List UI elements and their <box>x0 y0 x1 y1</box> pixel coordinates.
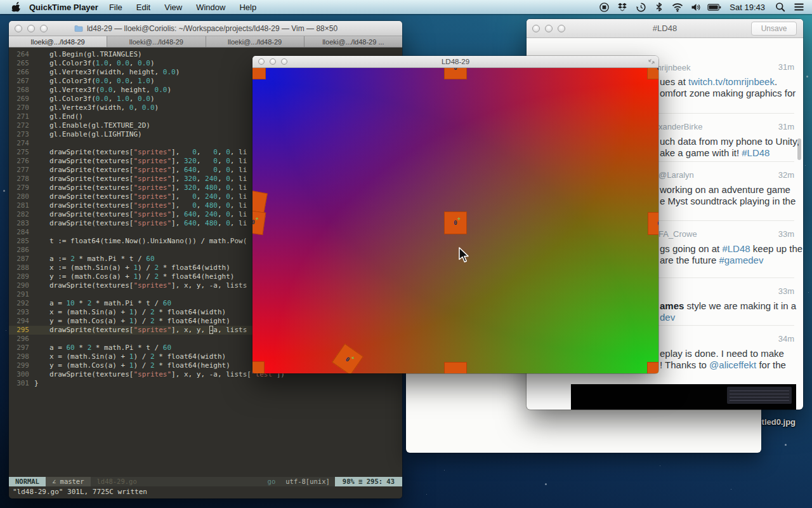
spotlight-icon[interactable] <box>773 0 787 14</box>
sprite-anchor-mark: + <box>255 216 259 222</box>
game-window-controls[interactable] <box>258 58 287 65</box>
git-branch-indicator: ∠ master <box>46 477 91 486</box>
tweet-text: ake a game with it! <box>660 147 742 158</box>
menu-edit[interactable]: Edit <box>129 3 157 12</box>
tweet-author-handle[interactable]: xanderBirke <box>658 122 702 131</box>
terminal-tab[interactable]: lloeki@.../ld48-29 ... <box>304 36 402 47</box>
game-sprite <box>444 362 467 373</box>
vim-message-line: "ld48-29.go" 301L, 7725C written <box>13 488 147 497</box>
code-line: 301} <box>9 379 402 388</box>
zoom-button[interactable] <box>40 25 48 32</box>
battery-icon[interactable] <box>707 0 721 14</box>
sprite-label: 0 <box>252 219 255 226</box>
tweet-text: e Myst soundtrack playing in the <box>660 196 796 206</box>
menu-window[interactable]: Window <box>189 3 232 12</box>
terminal-tab[interactable]: lloeki@.../ld48-29 <box>107 36 206 47</box>
sprite-label: 0 <box>454 68 457 71</box>
menu-view[interactable]: View <box>157 3 189 12</box>
tweet-link[interactable]: #LD48 <box>742 147 769 158</box>
notification-center-icon[interactable] <box>792 0 806 14</box>
menu-file[interactable]: File <box>102 3 129 12</box>
bluetooth-icon[interactable] <box>652 0 666 14</box>
tweet-text: ues at <box>660 76 688 87</box>
tweet-text-line: gs going on at #LD48 keep up the <box>660 243 802 254</box>
active-app-name[interactable]: QuickTime Player <box>29 3 98 12</box>
cursor-position-indicator: 98% ≡ 295: 43 <box>335 477 402 486</box>
tweet-text-line: ! Thanks to @aliceffekt for the <box>660 359 786 370</box>
mouse-cursor <box>458 247 469 266</box>
resize-icon[interactable] <box>648 58 655 67</box>
tweet-text-line: dev <box>660 312 675 323</box>
tweet-text: omfort zone making graphics for <box>660 88 796 98</box>
unsave-button[interactable]: Unsave <box>751 22 797 36</box>
tweet-text: . <box>775 76 777 87</box>
tweet-author-handle[interactable]: @Laralyn <box>658 170 694 180</box>
tweet-text: keep up the <box>750 243 803 254</box>
game-sprite: +0 <box>252 210 266 236</box>
menu-bar: QuickTime Player FileEditViewWindowHelp … <box>0 0 812 14</box>
twitter-titlebar[interactable]: #LD48 Unsave <box>527 19 803 38</box>
terminal-tab[interactable]: lloeki@.../ld48-29 <box>9 36 107 47</box>
tweet-link[interactable]: twitch.tv/tomrijnbeek <box>688 76 775 87</box>
tweet-timestamp: 32m <box>778 170 794 180</box>
minimize-button[interactable] <box>545 25 553 32</box>
tweet-author-handle[interactable]: FA_Crowe <box>658 229 697 239</box>
close-button[interactable] <box>258 58 265 65</box>
game-canvas[interactable]: +0+0+0+0+0+0 <box>252 68 658 373</box>
tweet-text: uch data from my phone to Unity, <box>660 136 799 147</box>
zoom-button[interactable] <box>281 58 287 65</box>
tweet-text-line: omfort zone making graphics for <box>660 88 796 98</box>
minimize-button[interactable] <box>27 25 35 32</box>
tweet-text: eplay is done. I need to make <box>660 348 784 359</box>
tweet-timestamp: 31m <box>778 62 794 72</box>
time-machine-icon[interactable] <box>634 0 648 14</box>
tweet-media-image[interactable] <box>571 384 796 410</box>
tweet-text: working on an adventure game <box>660 184 790 195</box>
game-sprite <box>647 362 658 373</box>
tweet-text-line: eplay is done. I need to make <box>660 348 784 359</box>
minimize-button[interactable] <box>270 58 276 65</box>
tweet-link[interactable]: #gamedev <box>719 255 763 265</box>
game-sprite: +0 <box>648 212 658 235</box>
wifi-icon[interactable] <box>671 0 684 14</box>
status-icons <box>597 0 721 14</box>
menu-bar-clock[interactable]: Sat 19:43 <box>726 3 769 12</box>
filetype-indicator: go <box>263 477 281 486</box>
terminal-window-controls[interactable] <box>15 25 48 32</box>
system-icons <box>773 0 806 14</box>
twitter-window-controls[interactable] <box>532 25 565 32</box>
terminal-tab[interactable]: lloeki@.../ld48-29 <box>206 36 304 47</box>
menu-items: FileEditViewWindowHelp <box>102 3 263 12</box>
close-button[interactable] <box>15 25 22 32</box>
tweet-link[interactable]: dev <box>660 312 675 323</box>
vim-statusline: NORMAL ∠ master ld48-29.go go utf-8[unix… <box>9 477 402 486</box>
record-stop-icon[interactable] <box>597 0 611 14</box>
tweet-timestamp: 33m <box>778 229 794 239</box>
tweet-link[interactable]: @aliceffekt <box>709 359 756 370</box>
statusline-filename: ld48-29.go <box>91 477 143 486</box>
tweet-text-line: ues at twitch.tv/tomrijnbeek. <box>660 76 777 87</box>
volume-icon[interactable] <box>689 0 703 14</box>
sprite-label: 0 <box>454 220 457 226</box>
encoding-indicator: utf-8[unix] <box>280 477 335 486</box>
game-titlebar[interactable]: LD48-29 <box>252 56 658 68</box>
tweet-timestamp: 31m <box>778 122 794 131</box>
desktop-file-label[interactable]: itled0.jpg <box>759 417 796 427</box>
game-window[interactable]: LD48-29 +0+0+0+0+0+0 <box>252 56 658 373</box>
terminal-tab-bar[interactable]: lloeki@.../ld48-29lloeki@.../ld48-29lloe… <box>9 36 402 48</box>
game-window-title: LD48-29 <box>442 58 469 65</box>
tweet-text: style we are making it in a <box>684 300 796 311</box>
close-button[interactable] <box>532 25 540 32</box>
zoom-button[interactable] <box>558 25 565 32</box>
tweet-link[interactable]: #LD48 <box>722 243 750 254</box>
tweet-text-line: working on an adventure game <box>660 184 790 195</box>
tweet-text: ames <box>660 300 684 311</box>
dropbox-icon[interactable] <box>615 0 629 14</box>
game-sprite: +0 <box>444 68 467 79</box>
terminal-titlebar[interactable]: ld48-29 — lloeki@Coriolis: ~/Workspace/p… <box>9 21 402 36</box>
apple-menu[interactable] <box>11 2 20 12</box>
tweet-text: are the future <box>660 255 719 265</box>
tweet-text: for the <box>756 359 786 370</box>
menu-help[interactable]: Help <box>232 3 263 12</box>
statusline-spacer <box>143 477 263 486</box>
